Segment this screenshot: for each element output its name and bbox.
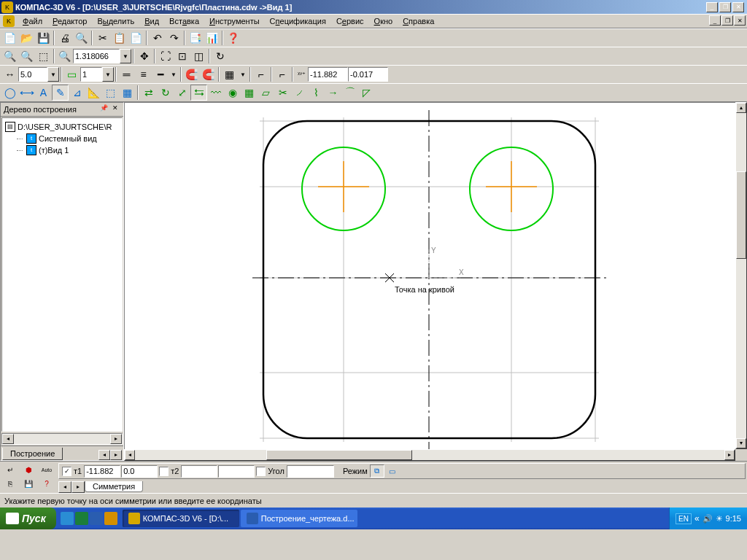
restore-button[interactable]: ❐ <box>719 2 731 12</box>
menu-file[interactable]: Файл <box>18 15 47 27</box>
hscroll[interactable]: ◂ ▸ <box>124 449 735 461</box>
tool-deform[interactable]: ▱ <box>258 85 274 101</box>
tool-fillet[interactable]: ⌒ <box>341 85 358 101</box>
local-cs-button[interactable]: ⌐ <box>252 66 269 82</box>
tool-mirror[interactable]: ⮀ <box>190 85 207 101</box>
tool-copy-circle[interactable]: ◉ <box>224 85 241 101</box>
tool-rotate[interactable]: ↻ <box>157 85 174 101</box>
help-cursor-button[interactable]: ❓ <box>225 30 241 46</box>
t2-y-input[interactable] <box>218 465 255 478</box>
undo-button[interactable]: ↶ <box>149 30 166 46</box>
prop-auto-button[interactable]: Auto <box>38 463 55 476</box>
layer-dropdown[interactable]: ▼ <box>102 67 114 82</box>
clock[interactable]: 9:15 <box>726 514 741 523</box>
tool-copy-grid[interactable]: ▦ <box>241 85 258 101</box>
tree-root[interactable]: ▤ D:\USER_3\JURTSCHE\R <box>5 121 119 133</box>
layer-input[interactable] <box>80 67 102 82</box>
layer-combo[interactable]: ▼ <box>80 67 114 82</box>
open-button[interactable]: 📂 <box>18 30 35 46</box>
menu-help[interactable]: Справка <box>398 15 439 27</box>
build-tree[interactable]: ▤ D:\USER_3\JURTSCHE\R t Системный вид t… <box>1 117 123 432</box>
tab-scroll-left[interactable]: ◂ <box>98 450 110 460</box>
vscroll-thumb[interactable] <box>736 171 746 259</box>
coord-x-input[interactable] <box>308 67 348 82</box>
print-button[interactable]: 🖨 <box>56 30 73 46</box>
menu-window[interactable]: Окно <box>369 15 398 27</box>
t1-check[interactable]: ✓ <box>62 467 71 476</box>
side-pin[interactable]: 📌 <box>98 104 109 114</box>
select-tools-button[interactable]: ⬚ <box>102 85 119 101</box>
layer-button[interactable]: ▭ <box>63 66 80 82</box>
pan-button[interactable]: ✥ <box>136 48 152 64</box>
prop-remember[interactable]: 💾 <box>20 477 37 490</box>
zoom-all-button[interactable]: ⊡ <box>174 48 190 64</box>
redo-button[interactable]: ↷ <box>166 30 182 46</box>
prop-tab-next[interactable]: ▸ <box>71 481 85 493</box>
language-indicator[interactable]: EN <box>676 513 692 524</box>
tray-volume-icon[interactable]: 🔊 <box>703 514 713 524</box>
cut-button[interactable]: ✂ <box>94 30 111 46</box>
zoom-out-button[interactable]: 🔍 <box>18 48 35 64</box>
ql-excel-icon[interactable] <box>75 512 88 525</box>
t2-x-input[interactable] <box>181 465 217 478</box>
close-button[interactable]: ✕ <box>732 2 744 12</box>
param-button[interactable]: ⊿ <box>69 85 85 101</box>
dim-button[interactable]: ⟷ <box>18 85 35 101</box>
mode-copy-button[interactable]: ⧉ <box>370 464 384 478</box>
tray-sun-icon[interactable]: ☀ <box>716 514 723 524</box>
tool-trim[interactable]: ✂ <box>274 85 291 101</box>
save-button[interactable]: 💾 <box>35 30 52 46</box>
zoom-input[interactable] <box>73 49 120 63</box>
menu-edit[interactable]: Редактор <box>47 15 92 27</box>
zoom-window-button[interactable]: ⬚ <box>35 48 52 64</box>
linestyle-button[interactable]: ═ <box>118 66 135 82</box>
zoom-in-button[interactable]: 🔍 <box>1 48 18 64</box>
tool-shift[interactable]: ⇄ <box>140 85 157 101</box>
step-combo[interactable]: ▼ <box>18 67 59 82</box>
scroll-right[interactable]: ▸ <box>724 450 735 460</box>
properties-button[interactable]: 📑 <box>187 30 204 46</box>
copy-button[interactable]: 📋 <box>111 30 128 46</box>
prop-tab-prev[interactable]: ◂ <box>58 481 71 493</box>
notation-button[interactable]: A <box>35 85 52 101</box>
coord-y-input[interactable] <box>348 67 388 82</box>
t1-x-input[interactable] <box>84 465 120 478</box>
menu-spec[interactable]: Спецификация <box>265 15 331 27</box>
prop-copy-props[interactable]: ⎘ <box>1 477 19 490</box>
spec-tools-button[interactable]: ▦ <box>119 85 136 101</box>
ql-explorer-icon[interactable] <box>104 512 117 525</box>
mdi-restore[interactable]: ❐ <box>721 15 733 26</box>
zoom-prev-button[interactable]: ◫ <box>190 48 207 64</box>
angle-input[interactable] <box>287 465 334 478</box>
scroll-right[interactable]: ▸ <box>110 434 122 444</box>
step-dropdown[interactable]: ▼ <box>47 67 59 82</box>
grid-button[interactable]: ▦ <box>221 66 238 82</box>
prop-tab-symmetry[interactable]: Симметрия <box>85 481 143 492</box>
tool-copy-curve[interactable]: 〰 <box>207 85 224 101</box>
linestyle-dropdown[interactable]: ▼ <box>169 66 179 82</box>
tree-item-system-view[interactable]: t Системный вид <box>5 133 119 144</box>
scroll-up[interactable]: ▴ <box>736 103 746 113</box>
scroll-left[interactable]: ◂ <box>125 450 135 460</box>
cursor-step-button[interactable]: ↔ <box>1 66 18 82</box>
angle-check[interactable] <box>256 467 266 476</box>
measure-button[interactable]: 📐 <box>85 85 102 101</box>
mode-move-button[interactable]: ▭ <box>385 464 400 478</box>
zoom-dropdown[interactable]: ▼ <box>120 49 131 63</box>
snap2-button[interactable]: 🧲 <box>200 66 217 82</box>
ortho-button[interactable]: ⌐ <box>274 66 290 82</box>
mdi-minimize[interactable]: _ <box>709 15 721 26</box>
menu-view[interactable]: Вид <box>139 15 164 27</box>
ql-word-icon[interactable] <box>90 512 103 525</box>
tree-item-view1[interactable]: t (т)Вид 1 <box>5 144 119 156</box>
ql-ie-icon[interactable] <box>61 512 74 525</box>
mdi-app-icon[interactable]: K <box>3 15 15 27</box>
minimize-button[interactable]: _ <box>706 2 718 12</box>
tray-arrow-icon[interactable]: « <box>694 513 700 524</box>
vscroll[interactable]: ▴ ▾ <box>735 102 747 449</box>
zoom-combo[interactable]: ▼ <box>73 49 131 63</box>
paste-button[interactable]: 📄 <box>128 30 144 46</box>
step-input[interactable] <box>18 67 47 82</box>
linestyle2-button[interactable]: ≡ <box>135 66 152 82</box>
scroll-down[interactable]: ▾ <box>736 438 746 448</box>
